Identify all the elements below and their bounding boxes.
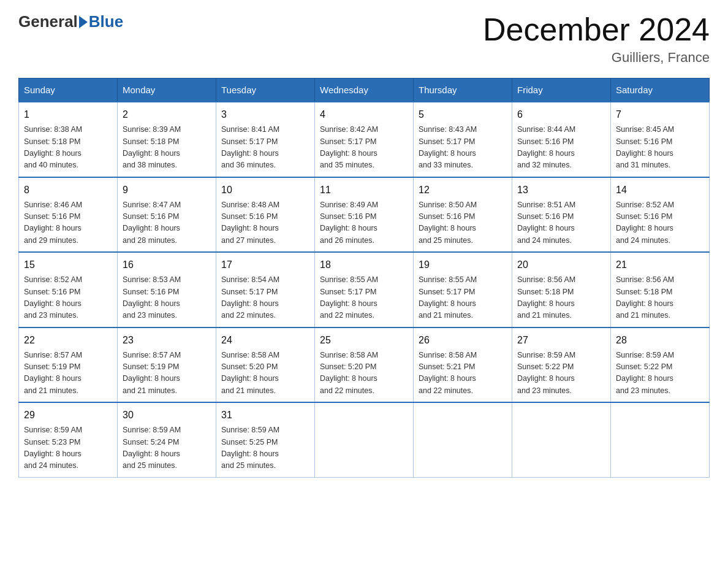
day-number: 22 — [24, 333, 112, 348]
day-info: Sunrise: 8:59 AM Sunset: 5:25 PM Dayligh… — [221, 424, 309, 472]
day-number: 5 — [419, 107, 507, 122]
calendar-day-cell: 11Sunrise: 8:49 AM Sunset: 5:16 PM Dayli… — [315, 177, 414, 253]
calendar-day-cell: 27Sunrise: 8:59 AM Sunset: 5:22 PM Dayli… — [512, 327, 611, 403]
calendar-day-cell: 21Sunrise: 8:56 AM Sunset: 5:18 PM Dayli… — [611, 252, 710, 327]
day-info: Sunrise: 8:59 AM Sunset: 5:22 PM Dayligh… — [517, 350, 605, 397]
day-number: 29 — [24, 408, 112, 423]
weekday-header-tuesday: Tuesday — [216, 79, 315, 102]
day-number: 25 — [320, 333, 408, 348]
calendar-week-row: 29Sunrise: 8:59 AM Sunset: 5:23 PM Dayli… — [19, 402, 710, 477]
weekday-header-wednesday: Wednesday — [315, 79, 414, 102]
day-number: 1 — [24, 107, 112, 122]
calendar-day-cell: 16Sunrise: 8:53 AM Sunset: 5:16 PM Dayli… — [118, 252, 216, 327]
day-number: 2 — [123, 107, 211, 122]
day-info: Sunrise: 8:59 AM Sunset: 5:23 PM Dayligh… — [24, 424, 112, 472]
weekday-header-monday: Monday — [118, 79, 216, 102]
calendar-day-cell: 23Sunrise: 8:57 AM Sunset: 5:19 PM Dayli… — [118, 327, 216, 403]
calendar-day-cell — [414, 402, 512, 477]
day-number: 9 — [123, 183, 211, 197]
calendar-week-row: 8Sunrise: 8:46 AM Sunset: 5:16 PM Daylig… — [19, 177, 710, 253]
calendar-day-cell — [512, 402, 611, 477]
day-number: 18 — [320, 258, 408, 272]
day-number: 23 — [123, 333, 211, 348]
day-info: Sunrise: 8:43 AM Sunset: 5:17 PM Dayligh… — [419, 124, 507, 172]
day-info: Sunrise: 8:58 AM Sunset: 5:20 PM Dayligh… — [320, 350, 408, 397]
calendar-day-cell — [315, 402, 414, 477]
day-number: 14 — [616, 183, 704, 197]
calendar-day-cell: 13Sunrise: 8:51 AM Sunset: 5:16 PM Dayli… — [512, 177, 611, 253]
day-info: Sunrise: 8:41 AM Sunset: 5:17 PM Dayligh… — [221, 124, 309, 172]
logo-arrow-icon — [79, 16, 88, 28]
calendar-day-cell: 4Sunrise: 8:42 AM Sunset: 5:17 PM Daylig… — [315, 102, 414, 177]
day-info: Sunrise: 8:48 AM Sunset: 5:16 PM Dayligh… — [221, 199, 309, 247]
calendar-day-cell: 10Sunrise: 8:48 AM Sunset: 5:16 PM Dayli… — [216, 177, 315, 253]
calendar-day-cell: 26Sunrise: 8:58 AM Sunset: 5:21 PM Dayli… — [414, 327, 512, 403]
logo: General Blue — [18, 12, 123, 31]
calendar-table: SundayMondayTuesdayWednesdayThursdayFrid… — [18, 78, 710, 478]
logo-general-text: General — [18, 12, 78, 31]
day-info: Sunrise: 8:52 AM Sunset: 5:16 PM Dayligh… — [24, 274, 112, 322]
calendar-day-cell: 6Sunrise: 8:44 AM Sunset: 5:16 PM Daylig… — [512, 102, 611, 177]
day-info: Sunrise: 8:39 AM Sunset: 5:18 PM Dayligh… — [123, 124, 211, 172]
calendar-day-cell: 12Sunrise: 8:50 AM Sunset: 5:16 PM Dayli… — [414, 177, 512, 253]
calendar-day-cell: 24Sunrise: 8:58 AM Sunset: 5:20 PM Dayli… — [216, 327, 315, 403]
day-info: Sunrise: 8:52 AM Sunset: 5:16 PM Dayligh… — [616, 199, 704, 247]
day-number: 4 — [320, 107, 408, 122]
weekday-header-saturday: Saturday — [611, 79, 710, 102]
calendar-day-cell: 30Sunrise: 8:59 AM Sunset: 5:24 PM Dayli… — [118, 402, 216, 477]
day-info: Sunrise: 8:49 AM Sunset: 5:16 PM Dayligh… — [320, 199, 408, 247]
day-number: 27 — [517, 333, 605, 348]
weekday-header-thursday: Thursday — [414, 79, 512, 102]
calendar-day-cell: 20Sunrise: 8:56 AM Sunset: 5:18 PM Dayli… — [512, 252, 611, 327]
weekday-header-row: SundayMondayTuesdayWednesdayThursdayFrid… — [19, 79, 710, 102]
calendar-day-cell: 25Sunrise: 8:58 AM Sunset: 5:20 PM Dayli… — [315, 327, 414, 403]
calendar-day-cell: 14Sunrise: 8:52 AM Sunset: 5:16 PM Dayli… — [611, 177, 710, 253]
day-info: Sunrise: 8:55 AM Sunset: 5:17 PM Dayligh… — [320, 274, 408, 322]
day-number: 13 — [517, 183, 605, 197]
calendar-week-row: 15Sunrise: 8:52 AM Sunset: 5:16 PM Dayli… — [19, 252, 710, 327]
day-number: 8 — [24, 183, 112, 197]
day-info: Sunrise: 8:58 AM Sunset: 5:20 PM Dayligh… — [221, 350, 309, 397]
day-info: Sunrise: 8:59 AM Sunset: 5:22 PM Dayligh… — [616, 350, 704, 397]
calendar-day-cell: 18Sunrise: 8:55 AM Sunset: 5:17 PM Dayli… — [315, 252, 414, 327]
day-number: 15 — [24, 258, 112, 272]
day-info: Sunrise: 8:44 AM Sunset: 5:16 PM Dayligh… — [517, 124, 605, 172]
calendar-day-cell: 17Sunrise: 8:54 AM Sunset: 5:17 PM Dayli… — [216, 252, 315, 327]
calendar-day-cell: 1Sunrise: 8:38 AM Sunset: 5:18 PM Daylig… — [19, 102, 118, 177]
day-number: 17 — [221, 258, 309, 272]
calendar-day-cell — [611, 402, 710, 477]
calendar-day-cell: 7Sunrise: 8:45 AM Sunset: 5:16 PM Daylig… — [611, 102, 710, 177]
month-title: December 2024 — [483, 12, 710, 47]
day-number: 11 — [320, 183, 408, 197]
day-number: 31 — [221, 408, 309, 423]
title-section: December 2024 Guilliers, France — [483, 12, 710, 66]
day-number: 10 — [221, 183, 309, 197]
day-info: Sunrise: 8:46 AM Sunset: 5:16 PM Dayligh… — [24, 199, 112, 247]
calendar-day-cell: 9Sunrise: 8:47 AM Sunset: 5:16 PM Daylig… — [118, 177, 216, 253]
day-number: 20 — [517, 258, 605, 272]
day-number: 12 — [419, 183, 507, 197]
day-info: Sunrise: 8:47 AM Sunset: 5:16 PM Dayligh… — [123, 199, 211, 247]
day-info: Sunrise: 8:38 AM Sunset: 5:18 PM Dayligh… — [24, 124, 112, 172]
calendar-day-cell: 31Sunrise: 8:59 AM Sunset: 5:25 PM Dayli… — [216, 402, 315, 477]
weekday-header-sunday: Sunday — [19, 79, 118, 102]
calendar-week-row: 22Sunrise: 8:57 AM Sunset: 5:19 PM Dayli… — [19, 327, 710, 403]
calendar-day-cell: 8Sunrise: 8:46 AM Sunset: 5:16 PM Daylig… — [19, 177, 118, 253]
day-info: Sunrise: 8:51 AM Sunset: 5:16 PM Dayligh… — [517, 199, 605, 247]
day-number: 21 — [616, 258, 704, 272]
day-info: Sunrise: 8:42 AM Sunset: 5:17 PM Dayligh… — [320, 124, 408, 172]
calendar-day-cell: 15Sunrise: 8:52 AM Sunset: 5:16 PM Dayli… — [19, 252, 118, 327]
day-info: Sunrise: 8:57 AM Sunset: 5:19 PM Dayligh… — [24, 350, 112, 397]
calendar-week-row: 1Sunrise: 8:38 AM Sunset: 5:18 PM Daylig… — [19, 102, 710, 177]
calendar-day-cell: 29Sunrise: 8:59 AM Sunset: 5:23 PM Dayli… — [19, 402, 118, 477]
day-number: 28 — [616, 333, 704, 348]
day-number: 30 — [123, 408, 211, 423]
calendar-day-cell: 19Sunrise: 8:55 AM Sunset: 5:17 PM Dayli… — [414, 252, 512, 327]
calendar-day-cell: 3Sunrise: 8:41 AM Sunset: 5:17 PM Daylig… — [216, 102, 315, 177]
calendar-day-cell: 2Sunrise: 8:39 AM Sunset: 5:18 PM Daylig… — [118, 102, 216, 177]
calendar-day-cell: 28Sunrise: 8:59 AM Sunset: 5:22 PM Dayli… — [611, 327, 710, 403]
day-info: Sunrise: 8:55 AM Sunset: 5:17 PM Dayligh… — [419, 274, 507, 322]
day-number: 6 — [517, 107, 605, 122]
day-info: Sunrise: 8:50 AM Sunset: 5:16 PM Dayligh… — [419, 199, 507, 247]
calendar-day-cell: 22Sunrise: 8:57 AM Sunset: 5:19 PM Dayli… — [19, 327, 118, 403]
